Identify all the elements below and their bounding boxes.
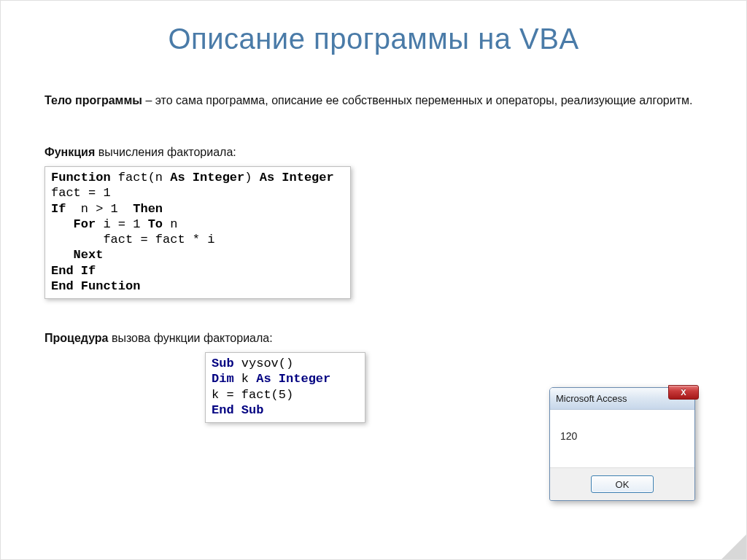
message-box: Microsoft Access X 120 OK — [549, 387, 695, 501]
code-kw: To — [148, 217, 163, 231]
message-box-buttons: OK — [550, 468, 694, 500]
intro-paragraph: Тело программы – это сама программа, опи… — [44, 92, 703, 109]
code-text: n > 1 — [66, 202, 133, 216]
corner-fold-icon — [721, 534, 746, 559]
code-kw: For — [51, 217, 96, 231]
message-box-value: 120 — [560, 430, 577, 442]
code-kw: End If — [51, 264, 96, 278]
code-function-box: Function fact(n As Integer) As Integer f… — [44, 166, 351, 299]
code-kw: Function — [51, 171, 111, 184]
code-kw: Sub — [212, 357, 234, 370]
message-box-body: 120 — [550, 410, 694, 468]
code-kw: End Sub — [212, 403, 263, 417]
code-text: i = 1 — [96, 217, 147, 231]
code-text: k = fact(5) — [212, 388, 293, 402]
code-kw: As Integer — [260, 171, 334, 184]
code-kw: As Integer — [256, 372, 330, 386]
code-text: n — [163, 217, 177, 231]
close-button[interactable]: X — [668, 385, 699, 400]
subhead1-strong: Функция — [44, 146, 95, 158]
message-box-titlebar: Microsoft Access X — [550, 388, 694, 410]
subhead1-rest: вычисления факториала: — [95, 146, 236, 158]
code-text: fact = 1 — [51, 186, 111, 200]
code-text: ) — [244, 171, 259, 184]
code-kw: As Integer — [170, 171, 244, 184]
message-box-title: Microsoft Access — [556, 393, 627, 404]
subhead2-strong: Процедура — [44, 332, 109, 344]
code-text: k — [234, 372, 257, 386]
close-icon: X — [681, 388, 686, 397]
code-kw: Then — [133, 202, 163, 216]
code-text: vysov() — [234, 357, 294, 370]
slide: Описание программы на VBA Тело программы… — [0, 0, 747, 560]
code-text: fact = fact * i — [51, 233, 214, 246]
slide-title: Описание программы на VBA — [44, 23, 703, 55]
code-text: fact(n — [111, 171, 171, 184]
ok-button[interactable]: OK — [591, 475, 654, 493]
subhead-procedure: Процедура вызова функции факториала: — [44, 332, 703, 345]
code-kw: Next — [51, 248, 103, 262]
code-kw: End Function — [51, 279, 140, 293]
code-kw: If — [51, 202, 66, 216]
intro-strong: Тело программы — [44, 94, 142, 106]
code-procedure-box: Sub vysov() Dim k As Integer k = fact(5)… — [205, 352, 365, 423]
subhead2-rest: вызова функции факториала: — [109, 332, 273, 344]
code-kw: Dim — [212, 372, 234, 386]
intro-rest: – это сама программа, описание ее собств… — [142, 94, 693, 106]
subhead-function: Функция вычисления факториала: — [44, 146, 703, 159]
